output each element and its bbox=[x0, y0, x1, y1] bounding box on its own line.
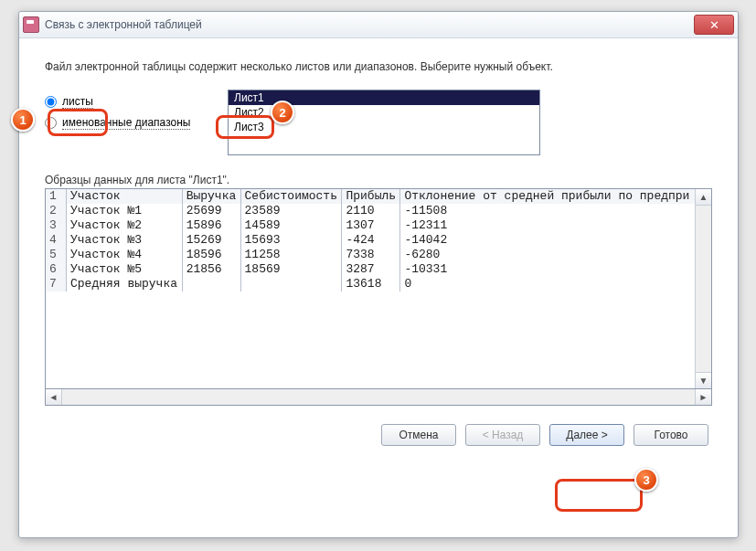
cell: Участок №4 bbox=[67, 248, 183, 262]
cell: Участок №1 bbox=[67, 204, 183, 218]
cell: 15693 bbox=[240, 233, 342, 248]
rownum: 6 bbox=[46, 262, 67, 277]
app-icon bbox=[23, 16, 39, 33]
cell: 15896 bbox=[182, 218, 240, 233]
scroll-down-icon[interactable]: ▼ bbox=[696, 372, 711, 388]
vertical-scrollbar[interactable]: ▲ ▼ bbox=[695, 189, 711, 388]
rownum: 3 bbox=[46, 218, 67, 233]
cell: -424 bbox=[342, 233, 400, 248]
titlebar: Связь с электронной таблицей ✕ bbox=[19, 12, 738, 38]
scroll-left-icon[interactable]: ◄ bbox=[46, 389, 62, 405]
table-row: 3 Участок №2 15896 14589 1307 -12311 bbox=[46, 218, 696, 233]
rownum: 7 bbox=[46, 277, 67, 291]
preview-table-wrap: 1 Участок Выручка Себистоимость Прибыль … bbox=[45, 188, 712, 389]
radio-named-ranges-input[interactable] bbox=[45, 117, 57, 129]
cell: 2110 bbox=[342, 204, 400, 218]
content-area: Файл электронной таблицы содержит нескол… bbox=[19, 38, 738, 455]
rownum: 2 bbox=[46, 204, 67, 218]
radio-sheets-input[interactable] bbox=[45, 96, 57, 108]
sheet-listbox[interactable]: Лист1 Лист2 Лист3 bbox=[228, 90, 540, 155]
cell: 3287 bbox=[342, 262, 400, 277]
selector-row: листы именованные диапазоны Лист1 Лист2 … bbox=[45, 90, 712, 155]
cell: -11508 bbox=[400, 204, 696, 218]
preview-table: 1 Участок Выручка Себистоимость Прибыль … bbox=[46, 189, 696, 291]
cell: Средняя выручка bbox=[67, 277, 183, 291]
cell: 25699 bbox=[182, 204, 240, 218]
next-button[interactable]: Далее > bbox=[549, 424, 624, 446]
cell: 18596 bbox=[182, 248, 240, 262]
cell: Участок №3 bbox=[67, 233, 183, 248]
rownum: 5 bbox=[46, 248, 67, 262]
table-row: 2 Участок №1 25699 23589 2110 -11508 bbox=[46, 204, 696, 218]
scroll-right-icon[interactable]: ► bbox=[695, 389, 711, 405]
radio-named-ranges[interactable]: именованные диапазоны bbox=[45, 116, 191, 130]
cell: -12311 bbox=[400, 218, 696, 233]
table-header-row: 1 Участок Выручка Себистоимость Прибыль … bbox=[46, 189, 696, 204]
radio-sheets[interactable]: листы bbox=[45, 95, 191, 109]
rownum-header: 1 bbox=[46, 189, 67, 204]
cell: 14589 bbox=[240, 218, 342, 233]
cell: 18569 bbox=[240, 262, 342, 277]
col-header: Себистоимость bbox=[240, 189, 342, 204]
cell: 1307 bbox=[342, 218, 400, 233]
intro-text: Файл электронной таблицы содержит нескол… bbox=[45, 60, 712, 73]
object-type-radios: листы именованные диапазоны bbox=[45, 90, 191, 130]
cancel-button[interactable]: Отмена bbox=[381, 424, 456, 446]
close-icon: ✕ bbox=[709, 18, 719, 32]
cell bbox=[182, 277, 240, 291]
wizard-window: Связь с электронной таблицей ✕ Файл элек… bbox=[18, 11, 739, 538]
radio-sheets-label: листы bbox=[62, 95, 93, 109]
close-button[interactable]: ✕ bbox=[694, 15, 734, 35]
cell: 15269 bbox=[182, 233, 240, 248]
wizard-button-row: Отмена < Назад Далее > Готово bbox=[45, 424, 712, 446]
scroll-up-icon[interactable]: ▲ bbox=[696, 189, 711, 206]
radio-named-ranges-label: именованные диапазоны bbox=[62, 116, 190, 130]
cell bbox=[240, 277, 342, 291]
preview-table-inner: 1 Участок Выручка Себистоимость Прибыль … bbox=[46, 189, 696, 388]
col-header: Отклонение от средней прибыли по предпри bbox=[400, 189, 696, 204]
cell: 23589 bbox=[240, 204, 342, 218]
sample-label: Образцы данных для листа "Лист1". bbox=[45, 174, 712, 186]
callout-3: 3 bbox=[634, 468, 658, 492]
cell: 0 bbox=[400, 277, 696, 291]
callout-1: 1 bbox=[11, 108, 35, 132]
rownum: 4 bbox=[46, 233, 67, 248]
callout-2: 2 bbox=[271, 101, 294, 124]
cell: -6280 bbox=[400, 248, 696, 262]
table-row: 4 Участок №3 15269 15693 -424 -14042 bbox=[46, 233, 696, 248]
cell: 21856 bbox=[182, 262, 240, 277]
cell: Участок №5 bbox=[67, 262, 183, 277]
finish-button[interactable]: Готово bbox=[634, 424, 708, 446]
col-header: Выручка bbox=[182, 189, 240, 204]
cell: -10331 bbox=[400, 262, 696, 277]
cell: 7338 bbox=[342, 248, 400, 262]
col-header: Участок bbox=[67, 189, 183, 204]
table-row: 6 Участок №5 21856 18569 3287 -10331 bbox=[46, 262, 696, 277]
table-row: 7 Средняя выручка 13618 0 bbox=[46, 277, 696, 291]
table-row: 5 Участок №4 18596 11258 7338 -6280 bbox=[46, 248, 696, 262]
cell: -14042 bbox=[400, 233, 696, 248]
cell: Участок №2 bbox=[67, 218, 183, 233]
cell: 13618 bbox=[342, 277, 400, 291]
back-button[interactable]: < Назад bbox=[465, 424, 540, 446]
window-title: Связь с электронной таблицей bbox=[45, 18, 202, 31]
cell: 11258 bbox=[240, 248, 342, 262]
col-header: Прибыль bbox=[342, 189, 400, 204]
horizontal-scrollbar[interactable]: ◄ ► bbox=[45, 389, 712, 406]
